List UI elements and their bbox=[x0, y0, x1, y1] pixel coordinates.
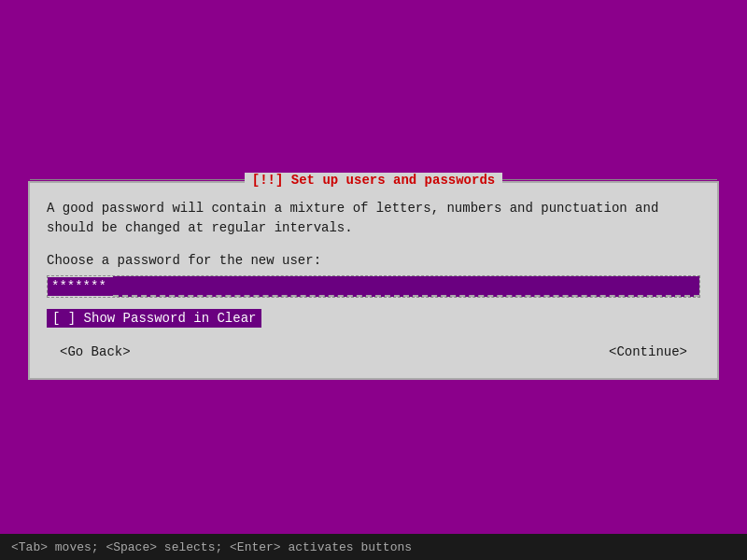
password-mask: ******* bbox=[48, 277, 113, 296]
go-back-button[interactable]: <Go Back> bbox=[56, 343, 134, 361]
prompt-text: Choose a password for the new user: bbox=[47, 253, 700, 268]
dialog-title-bar: [!!] Set up users and passwords bbox=[30, 173, 717, 188]
buttons-row: <Go Back> <Continue> bbox=[47, 343, 700, 361]
description-text: A good password will contain a mixture o… bbox=[47, 199, 700, 238]
title-line-left bbox=[30, 179, 245, 180]
dialog-body: A good password will contain a mixture o… bbox=[30, 199, 717, 378]
setup-dialog: [!!] Set up users and passwords A good p… bbox=[28, 181, 719, 380]
dialog-title: [!!] Set up users and passwords bbox=[245, 173, 502, 188]
continue-button[interactable]: <Continue> bbox=[605, 343, 691, 361]
bottom-bar-text: <Tab> moves; <Space> selects; <Enter> ac… bbox=[11, 540, 412, 554]
password-cursor-area bbox=[113, 276, 699, 297]
title-line-right bbox=[502, 179, 717, 180]
show-password-checkbox[interactable]: [ ] Show Password in Clear bbox=[47, 309, 261, 328]
password-field-wrapper[interactable]: ******* bbox=[47, 275, 700, 298]
bottom-bar: <Tab> moves; <Space> selects; <Enter> ac… bbox=[0, 534, 747, 560]
